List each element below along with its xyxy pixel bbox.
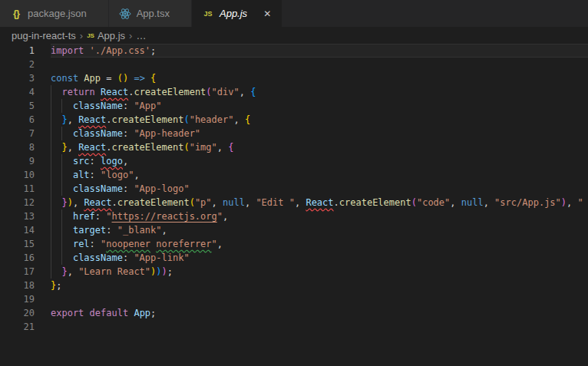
line-number: 2	[0, 58, 35, 71]
line-number: 3	[0, 71, 35, 85]
code-token: }	[61, 142, 67, 153]
close-icon[interactable]: ✕	[262, 7, 273, 21]
code-line: 14 target: "_blank",	[0, 223, 588, 237]
code-editor[interactable]: 1import './App.css';23const App = () => …	[0, 44, 588, 366]
breadcrumb-label: App.js	[97, 30, 125, 41]
breadcrumb-label: …	[136, 30, 146, 41]
code-token: "	[578, 197, 583, 208]
line-number: 15	[0, 237, 35, 251]
code-token: (	[183, 142, 189, 153]
code-line-text[interactable]: import './App.css';	[51, 44, 588, 58]
code-token: null	[223, 197, 245, 208]
code-token: :	[95, 211, 106, 222]
code-token	[51, 211, 73, 222]
code-line-text[interactable]: href: "https://reactjs.org",	[51, 209, 588, 223]
code-token: App	[134, 308, 150, 318]
code-line: 7 className: "App-header"	[0, 127, 588, 140]
code-token: ,	[295, 197, 306, 208]
code-token: null	[461, 197, 484, 208]
code-token: :	[90, 239, 101, 249]
code-token: ;	[56, 280, 61, 291]
code-token	[51, 239, 73, 249]
line-number: 9	[0, 154, 35, 168]
breadcrumb-item[interactable]: JSApp.js	[87, 30, 125, 41]
js-file-icon: JS	[202, 10, 214, 18]
code-line-text[interactable]: const App = () => {	[51, 71, 588, 85]
breadcrumb-item[interactable]: …	[136, 30, 146, 41]
line-number: 4	[0, 85, 35, 99]
code-token: "img"	[190, 142, 217, 153]
code-token: target	[73, 225, 106, 236]
code-token: .	[112, 197, 117, 208]
code-line: 12 }), React.createElement("p", null, "E…	[0, 196, 588, 209]
tab-app-tsx[interactable]: App.tsx	[109, 0, 192, 27]
code-token: ;	[150, 308, 156, 318]
code-line: 6 }, React.createElement("header", {	[0, 113, 588, 127]
code-line-text[interactable]: className: "App-link"	[51, 251, 588, 265]
code-line: 4 return React.createElement("div", {	[0, 85, 588, 99]
error-squiggle-token: React	[101, 87, 128, 97]
tab-app-js[interactable]: JSApp.js✕	[192, 0, 282, 27]
code-token: (	[206, 87, 211, 97]
breadcrumb-item[interactable]: pug-in-react-ts	[12, 30, 76, 41]
code-token: )	[162, 266, 167, 277]
code-token: export	[51, 308, 84, 318]
code-token: ,	[450, 197, 461, 208]
code-line-text[interactable]: export default App;	[51, 306, 588, 320]
code-token: (	[190, 197, 195, 208]
code-token: ,	[239, 87, 250, 97]
code-line: 13 href: "https://reactjs.org",	[0, 209, 588, 223]
code-token: ,	[123, 156, 128, 167]
code-line: 18};	[0, 279, 588, 292]
code-token	[95, 87, 101, 97]
code-token: ,	[212, 197, 223, 208]
code-token: :	[90, 170, 101, 180]
line-number: 20	[0, 306, 35, 320]
code-token: )	[156, 266, 161, 277]
code-line-text[interactable]: return React.createElement("div", {	[51, 85, 588, 99]
code-token: }	[61, 197, 67, 208]
tab-package-json[interactable]: {}package.json	[0, 0, 109, 27]
code-line-text[interactable]: }, React.createElement("img", {	[51, 140, 588, 154]
code-token: "Edit "	[256, 197, 295, 208]
code-line-text[interactable]: className: "App"	[51, 99, 588, 113]
code-line-text[interactable]: src: logo,	[51, 154, 588, 168]
line-number: 17	[0, 265, 35, 279]
code-line-text[interactable]	[51, 292, 588, 306]
code-token: './App.css'	[90, 45, 150, 56]
code-token: ,	[484, 197, 494, 208]
code-line-text[interactable]: }, "Learn React")));	[51, 265, 588, 279]
code-token: createElement	[112, 114, 184, 125]
code-token: "Learn React"	[78, 266, 150, 277]
code-token: )	[561, 197, 567, 208]
json-braces-icon: {}	[10, 8, 22, 19]
tab-bar: {}package.jsonApp.tsxJSApp.js✕	[0, 0, 588, 27]
code-token	[51, 142, 61, 153]
spellcheck-squiggle-token: noopener	[106, 239, 150, 249]
code-line-text[interactable]: className: "App-header"	[51, 127, 588, 140]
code-token: (	[183, 114, 189, 125]
code-token	[84, 45, 89, 56]
code-token: src	[73, 156, 90, 167]
code-token: const	[51, 73, 78, 84]
code-line-text[interactable]: alt: "logo",	[51, 168, 588, 182]
line-number: 14	[0, 223, 35, 237]
code-line-text[interactable]: };	[51, 279, 588, 292]
line-number: 1	[0, 44, 35, 58]
code-line-text[interactable]	[51, 58, 588, 71]
code-token: "header"	[190, 114, 234, 125]
code-line: 10 alt: "logo",	[0, 168, 588, 182]
code-line-text[interactable]: }, React.createElement("header", {	[51, 113, 588, 127]
code-line-text[interactable]: target: "_blank",	[51, 223, 588, 237]
code-line-text[interactable]: }), React.createElement("p", null, "Edit…	[51, 196, 588, 209]
line-number: 8	[0, 140, 35, 154]
code-token	[51, 225, 73, 236]
code-token: ,	[233, 114, 244, 125]
breadcrumb-label: pug-in-react-ts	[12, 30, 76, 41]
code-token: }	[61, 266, 67, 277]
code-line-text[interactable]	[51, 320, 588, 334]
code-line-text[interactable]: rel: "noopener noreferrer",	[51, 237, 588, 251]
code-line-text[interactable]: className: "App-logo"	[51, 182, 588, 196]
code-token: className	[73, 128, 123, 139]
code-token: import	[51, 45, 84, 56]
